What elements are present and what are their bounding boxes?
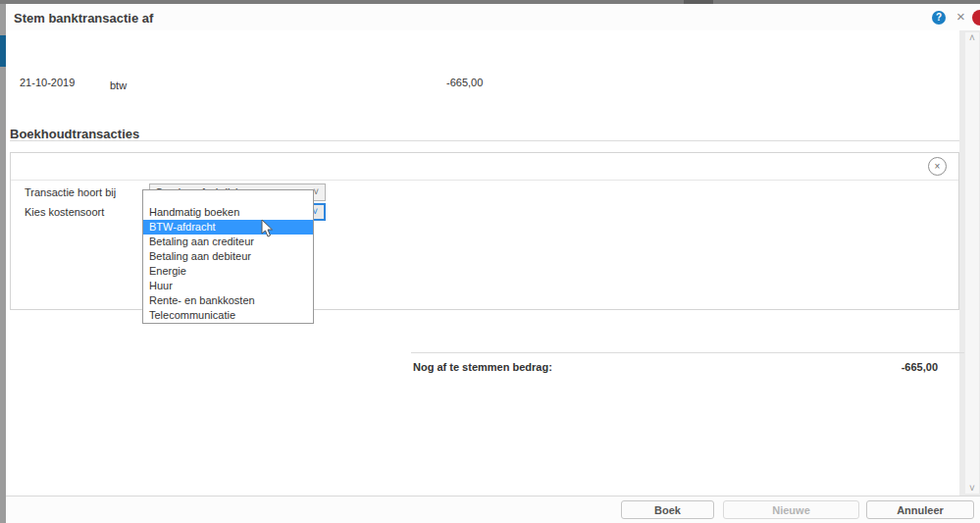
dropdown-option[interactable]: Telecommunicatie xyxy=(143,308,313,323)
dropdown-option[interactable]: Rente- en bankkosten xyxy=(143,293,313,308)
vertical-scrollbar[interactable]: ˄ ˅ xyxy=(965,32,979,494)
panel-close-icon[interactable]: × xyxy=(928,157,947,176)
field-label-kies-kostensoort: Kies kostensoort xyxy=(25,206,104,218)
section-divider xyxy=(10,140,959,141)
dropdown-option[interactable]: Betaling aan debiteur xyxy=(143,249,313,264)
panel-header: × xyxy=(11,153,958,181)
dropdown-option[interactable]: Energie xyxy=(143,264,313,279)
remaining-amount-value: -665,00 xyxy=(902,361,938,373)
transaction-date: 21-10-2019 xyxy=(20,77,75,88)
dialog-title: Stem banktransactie af xyxy=(14,11,153,26)
transaction-amount: -665,00 xyxy=(446,77,483,88)
chevron-down-icon: ˅ xyxy=(313,184,319,200)
reconcile-bank-transaction-dialog: { "window": { "title": "Stem banktransac… xyxy=(0,0,980,523)
field-label-transactie-hoort-bij: Transactie hoort bij xyxy=(25,186,116,198)
dropdown-option[interactable]: Huur xyxy=(143,279,313,293)
help-icon[interactable]: ? xyxy=(932,11,946,25)
close-icon[interactable]: × xyxy=(956,7,965,26)
dropdown-option[interactable]: Betaling aan crediteur xyxy=(143,235,313,249)
cost-type-dropdown-list: Handmatig boeken BTW-afdracht Betaling a… xyxy=(142,189,314,324)
dropdown-option-highlighted[interactable]: BTW-afdracht xyxy=(143,220,313,235)
dialog-titlebar: Stem banktransactie af xyxy=(6,4,980,31)
scroll-up-icon[interactable]: ˄ xyxy=(965,32,979,43)
transaction-description: btw xyxy=(110,79,127,91)
section-heading: Boekhoudtransacties xyxy=(10,127,139,141)
summary-divider xyxy=(411,352,964,353)
dropdown-option-empty[interactable] xyxy=(143,190,313,205)
scrollbar-gutter: ˄ ˅ xyxy=(959,30,980,496)
annuleer-button[interactable]: Annuleer xyxy=(866,500,974,519)
boek-button[interactable]: Boek xyxy=(621,500,714,519)
nieuwe-boekhoudtransactie-button: Nieuwe boekhoudtransactie xyxy=(723,500,859,519)
dropdown-option[interactable]: Handmatig boeken xyxy=(143,205,313,220)
remaining-amount-label: Nog af te stemmen bedrag: xyxy=(413,361,552,373)
scroll-down-icon[interactable]: ˅ xyxy=(965,483,979,494)
